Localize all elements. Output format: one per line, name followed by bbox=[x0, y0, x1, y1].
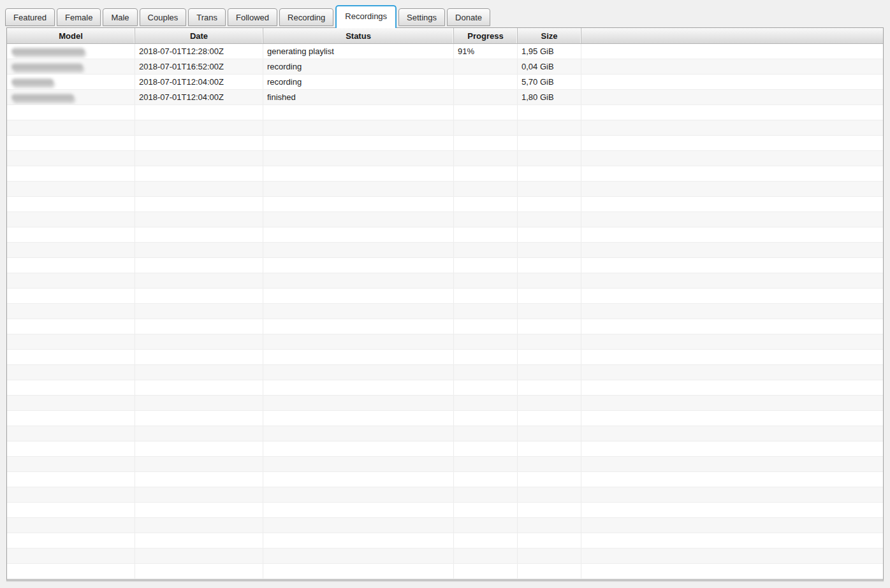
cell-fill bbox=[581, 365, 883, 380]
table-row-empty bbox=[7, 564, 883, 579]
cell-model bbox=[7, 151, 135, 166]
cell-fill bbox=[581, 334, 883, 349]
cell-fill bbox=[581, 105, 883, 120]
table-row[interactable]: 2018-07-01T12:04:00Zrecording5,70 GiB bbox=[7, 75, 883, 90]
table-row-empty bbox=[7, 319, 883, 334]
cell-progress bbox=[454, 90, 518, 104]
table-row-empty bbox=[7, 334, 883, 350]
table-row-empty bbox=[7, 273, 883, 289]
tab-donate[interactable]: Donate bbox=[447, 8, 490, 26]
cell-status bbox=[263, 166, 454, 181]
column-header-date[interactable]: Date bbox=[135, 28, 263, 43]
cell-progress bbox=[454, 549, 518, 563]
cell-model bbox=[7, 426, 135, 441]
cell-model bbox=[7, 304, 135, 319]
column-header-status[interactable]: Status bbox=[263, 28, 454, 43]
cell-date bbox=[135, 319, 263, 334]
cell-model bbox=[7, 472, 135, 487]
cell-progress bbox=[454, 426, 518, 441]
cell-date: 2018-07-01T16:52:00Z bbox=[135, 59, 263, 74]
redacted-model-name bbox=[11, 63, 83, 70]
cell-fill bbox=[581, 197, 883, 212]
cell-size bbox=[518, 243, 581, 257]
cell-fill bbox=[581, 350, 883, 364]
cell-date bbox=[135, 212, 263, 227]
cell-progress bbox=[454, 136, 518, 150]
cell-status bbox=[263, 396, 454, 410]
cell-progress bbox=[454, 105, 518, 120]
tab-featured[interactable]: Featured bbox=[5, 8, 55, 26]
cell-progress bbox=[454, 518, 518, 533]
tab-followed[interactable]: Followed bbox=[228, 8, 277, 26]
table-row-empty bbox=[7, 533, 883, 549]
cell-fill bbox=[581, 503, 883, 517]
table-row-empty bbox=[7, 365, 883, 380]
table-row[interactable]: 2018-07-01T12:04:00Zfinished1,80 GiB bbox=[7, 90, 883, 105]
cell-status bbox=[263, 304, 454, 319]
tab-settings[interactable]: Settings bbox=[398, 8, 445, 26]
cell-date bbox=[135, 487, 263, 502]
tab-trans[interactable]: Trans bbox=[188, 8, 226, 26]
cell-size bbox=[518, 105, 581, 120]
cell-status bbox=[263, 549, 454, 563]
column-header-filler bbox=[581, 28, 883, 43]
cell-fill bbox=[581, 258, 883, 273]
cell-size: 5,70 GiB bbox=[518, 75, 581, 89]
tab-male[interactable]: Male bbox=[103, 8, 137, 26]
cell-fill bbox=[581, 457, 883, 471]
table-row-empty bbox=[7, 380, 883, 396]
cell-size bbox=[518, 319, 581, 334]
cell-size bbox=[518, 273, 581, 288]
cell-size: 1,80 GiB bbox=[518, 90, 581, 104]
cell-fill bbox=[581, 472, 883, 487]
cell-progress: 91% bbox=[454, 44, 518, 59]
table-row[interactable]: 2018-07-01T12:28:00Zgenerating playlist9… bbox=[7, 44, 883, 59]
cell-model bbox=[7, 350, 135, 364]
cell-date bbox=[135, 533, 263, 548]
cell-progress bbox=[454, 503, 518, 517]
column-header-model[interactable]: Model bbox=[7, 28, 135, 43]
cell-size bbox=[518, 426, 581, 441]
cell-progress bbox=[454, 182, 518, 196]
table-row-empty bbox=[7, 120, 883, 136]
cell-progress bbox=[454, 396, 518, 410]
cell-size bbox=[518, 120, 581, 135]
cell-progress bbox=[454, 411, 518, 426]
cell-date bbox=[135, 457, 263, 471]
table-row-empty bbox=[7, 411, 883, 426]
tab-couples[interactable]: Couples bbox=[140, 8, 187, 26]
tab-recording[interactable]: Recording bbox=[279, 8, 333, 26]
cell-size bbox=[518, 396, 581, 410]
tab-female[interactable]: Female bbox=[57, 8, 101, 26]
cell-progress bbox=[454, 457, 518, 471]
redacted-model-name bbox=[11, 48, 85, 55]
cell-progress bbox=[454, 227, 518, 242]
cell-size bbox=[518, 227, 581, 242]
cell-fill bbox=[581, 151, 883, 166]
cell-progress bbox=[454, 59, 518, 74]
cell-fill bbox=[581, 243, 883, 257]
cell-fill bbox=[581, 59, 883, 74]
cell-status bbox=[263, 411, 454, 426]
cell-status bbox=[263, 105, 454, 120]
cell-fill bbox=[581, 518, 883, 533]
cell-model bbox=[7, 136, 135, 150]
table-row-empty bbox=[7, 518, 883, 533]
cell-model bbox=[7, 533, 135, 548]
table-row[interactable]: 2018-07-01T16:52:00Zrecording0,04 GiB bbox=[7, 59, 883, 75]
tab-recordings[interactable]: Recordings bbox=[335, 5, 397, 28]
cell-fill bbox=[581, 441, 883, 456]
column-header-size[interactable]: Size bbox=[518, 28, 581, 43]
cell-status bbox=[263, 182, 454, 196]
cell-size bbox=[518, 411, 581, 426]
cell-progress bbox=[454, 472, 518, 487]
cell-date bbox=[135, 441, 263, 456]
column-header-progress[interactable]: Progress bbox=[454, 28, 518, 43]
cell-size bbox=[518, 350, 581, 364]
cell-model bbox=[7, 503, 135, 517]
cell-size bbox=[518, 334, 581, 349]
table-row-empty bbox=[7, 197, 883, 212]
cell-fill bbox=[581, 426, 883, 441]
cell-status bbox=[263, 426, 454, 441]
cell-status: recording bbox=[263, 75, 454, 89]
